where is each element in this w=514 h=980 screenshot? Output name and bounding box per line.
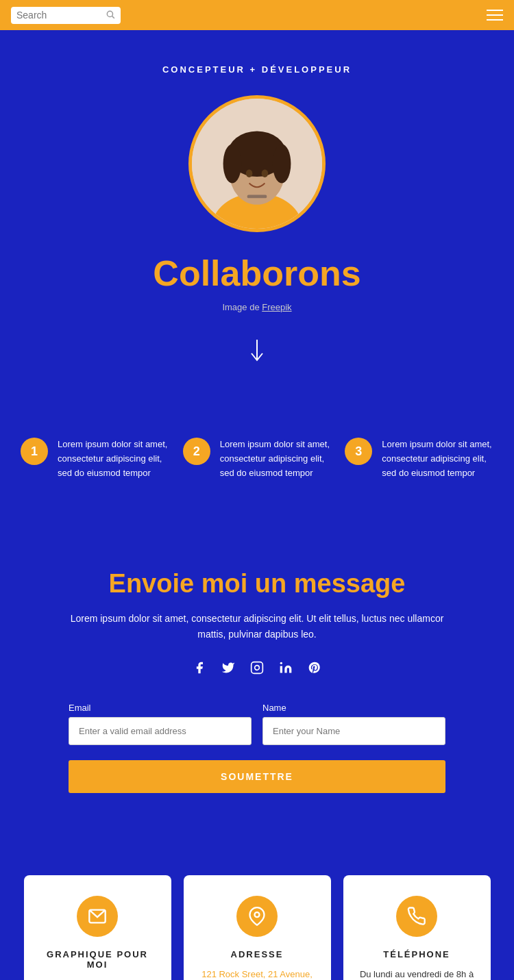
submit-button[interactable]: SOUMETTRE bbox=[69, 760, 445, 793]
step-2-number: 2 bbox=[183, 438, 210, 465]
hamburger-menu[interactable] bbox=[487, 10, 503, 21]
linkedin-icon[interactable] bbox=[279, 661, 293, 678]
pinterest-icon[interactable] bbox=[308, 661, 321, 678]
header bbox=[0, 0, 514, 30]
step-2: 2 Lorem ipsum dolor sit amet, consectetu… bbox=[183, 438, 332, 480]
scroll-down-arrow bbox=[247, 340, 267, 369]
card-email-title: GRAPHIQUE POUR MOI bbox=[38, 949, 158, 970]
search-icon bbox=[106, 10, 115, 21]
step-1-text: Lorem ipsum dolor sit amet, consectetur … bbox=[58, 438, 169, 480]
step-2-text: Lorem ipsum dolor sit amet, consectetur … bbox=[220, 438, 332, 480]
step-3-text: Lorem ipsum dolor sit amet, consectetur … bbox=[382, 438, 493, 480]
name-label: Name bbox=[262, 703, 445, 713]
search-box[interactable] bbox=[11, 7, 121, 24]
social-icons-row bbox=[193, 661, 321, 678]
contact-section: Envoie moi un message Lorem ipsum dolor … bbox=[0, 535, 514, 834]
email-label: Email bbox=[69, 703, 252, 713]
svg-point-8 bbox=[273, 145, 291, 184]
hero-section: CONCEPTEUR + DÉVELOPPEUR Collaborons Ima… bbox=[0, 30, 514, 410]
card-phone: TÉLÉPHONE Du lundi au vendredi de 8h à 5… bbox=[343, 875, 491, 980]
card-address: ADRESSE 121 Rock Sreet, 21 Avenue, New Y… bbox=[184, 875, 331, 980]
name-group: Name bbox=[262, 703, 445, 745]
card-address-title: ADRESSE bbox=[231, 949, 284, 959]
address-icon-circle bbox=[236, 896, 278, 937]
svg-point-0 bbox=[107, 11, 112, 16]
contact-description: Lorem ipsum dolor sit amet, consectetur … bbox=[69, 611, 445, 642]
info-cards-section: GRAPHIQUE POUR MOI Contactez-moi à chaqu… bbox=[0, 848, 514, 980]
email-field[interactable] bbox=[69, 717, 252, 745]
svg-rect-15 bbox=[280, 666, 282, 673]
hero-title: Collaborons bbox=[153, 253, 360, 294]
instagram-icon[interactable] bbox=[250, 661, 264, 678]
svg-point-10 bbox=[262, 170, 269, 177]
svg-line-1 bbox=[112, 16, 114, 18]
contact-form-row: Email Name bbox=[69, 703, 445, 745]
svg-rect-11 bbox=[247, 195, 267, 199]
facebook-icon[interactable] bbox=[193, 661, 206, 678]
step-1-number: 1 bbox=[21, 438, 48, 465]
phone-icon-circle bbox=[396, 896, 437, 937]
avatar bbox=[188, 95, 326, 232]
card-phone-title: TÉLÉPHONE bbox=[383, 949, 450, 959]
card-phone-body: Du lundi au vendredi de 8h à 5h bbox=[357, 968, 477, 980]
svg-rect-13 bbox=[252, 662, 263, 674]
twitter-icon[interactable] bbox=[221, 661, 235, 678]
svg-point-7 bbox=[223, 145, 242, 184]
step-1: 1 Lorem ipsum dolor sit amet, consectetu… bbox=[21, 438, 169, 480]
steps-section: 1 Lorem ipsum dolor sit amet, consectetu… bbox=[0, 410, 514, 521]
hero-subtitle: CONCEPTEUR + DÉVELOPPEUR bbox=[162, 64, 352, 75]
step-3-number: 3 bbox=[345, 438, 372, 465]
card-email: GRAPHIQUE POUR MOI Contactez-moi à chaqu… bbox=[24, 875, 171, 980]
card-address-link[interactable]: 121 Rock Sreet, 21 Avenue, New York, NY … bbox=[197, 968, 317, 980]
email-icon-circle bbox=[77, 896, 118, 937]
contact-title: Envoie moi un message bbox=[109, 569, 406, 599]
step-3: 3 Lorem ipsum dolor sit amet, consectetu… bbox=[345, 438, 493, 480]
search-input[interactable] bbox=[16, 10, 106, 21]
hero-credit: Image de Freepik bbox=[222, 302, 291, 312]
svg-point-16 bbox=[280, 662, 282, 664]
name-field[interactable] bbox=[262, 717, 445, 745]
svg-point-9 bbox=[246, 170, 253, 177]
email-group: Email bbox=[69, 703, 252, 745]
svg-point-18 bbox=[255, 912, 260, 917]
freepik-link[interactable]: Freepik bbox=[262, 302, 291, 312]
